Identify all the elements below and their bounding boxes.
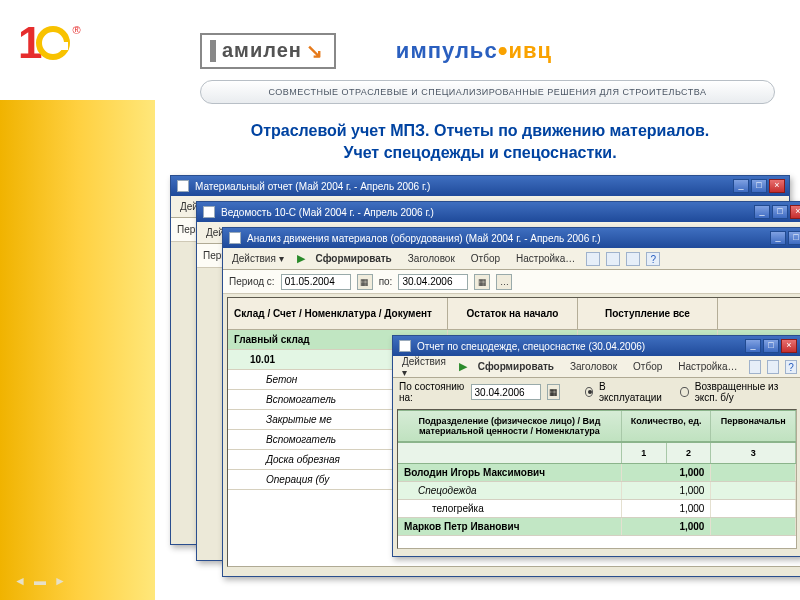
window-spec-clothing-report: Отчет по спецодежде, спецоснастке (30.04… bbox=[392, 335, 800, 557]
logo-amilen: амилен↘ bbox=[200, 33, 336, 69]
period-from-label: Период с: bbox=[229, 276, 275, 287]
radio-in-use-label: В эксплуатации bbox=[599, 381, 662, 403]
window-title: Материальный отчет (Май 2004 г. - Апрель… bbox=[195, 181, 733, 192]
subhead-1: 1 bbox=[622, 443, 667, 463]
period-picker-button[interactable]: … bbox=[496, 274, 512, 290]
titlebar[interactable]: Отчет по спецодежде, спецоснастке (30.04… bbox=[393, 336, 800, 356]
toolbar: Действия ▾ ▶ Сформировать Заголовок Отбо… bbox=[223, 248, 800, 270]
maximize-button[interactable]: □ bbox=[751, 179, 767, 193]
play-icon: ▶ bbox=[297, 252, 305, 265]
table-subheader: 1 2 3 bbox=[398, 442, 796, 464]
document-icon bbox=[229, 232, 241, 244]
col-header-inflow: Поступление все bbox=[578, 298, 718, 329]
col-header-nomenclature: Склад / Счет / Номенклатура / Документ bbox=[228, 298, 448, 329]
run-button[interactable]: Сформировать bbox=[473, 360, 559, 373]
filter-button[interactable]: Отбор bbox=[466, 252, 505, 265]
settings-button[interactable]: Настройка… bbox=[673, 360, 742, 373]
run-button[interactable]: Сформировать bbox=[311, 252, 397, 265]
table-row[interactable]: телогрейка1,000 bbox=[398, 500, 796, 518]
slide-nav: ◄ ▬ ► bbox=[14, 574, 66, 588]
close-button[interactable]: × bbox=[769, 179, 785, 193]
nav-prev-icon[interactable]: ◄ bbox=[14, 574, 26, 588]
nav-next-icon[interactable]: ► bbox=[54, 574, 66, 588]
window-title: Отчет по спецодежде, спецоснастке (30.04… bbox=[417, 341, 745, 352]
toolbar: Действия ▾ ▶ Сформировать Заголовок Отбо… bbox=[393, 356, 800, 378]
table-body: Володин Игорь Максимович1,000Спецодежда1… bbox=[398, 464, 796, 536]
date-from-input[interactable] bbox=[281, 274, 351, 290]
window-title: Ведомость 10-С (Май 2004 г. - Апрель 200… bbox=[221, 207, 754, 218]
as-of-date-input[interactable] bbox=[471, 384, 541, 400]
settings-button[interactable]: Настройка… bbox=[511, 252, 580, 265]
table-header: Подразделение (физическое лицо) / Вид ма… bbox=[398, 410, 796, 442]
maximize-button[interactable]: □ bbox=[763, 339, 779, 353]
nav-stop-icon[interactable]: ▬ bbox=[34, 574, 46, 588]
table-row[interactable]: Марков Петр Иванович1,000 bbox=[398, 518, 796, 536]
titlebar[interactable]: Ведомость 10-С (Май 2004 г. - Апрель 200… bbox=[197, 202, 800, 222]
document-icon bbox=[203, 206, 215, 218]
report-body: Подразделение (физическое лицо) / Вид ма… bbox=[397, 409, 797, 549]
toolbar-icon[interactable] bbox=[586, 252, 600, 266]
actions-menu[interactable]: Действия ▾ bbox=[227, 252, 289, 265]
minimize-button[interactable]: _ bbox=[745, 339, 761, 353]
titlebar[interactable]: Анализ движения материалов (оборудования… bbox=[223, 228, 800, 248]
col-header-division: Подразделение (физическое лицо) / Вид ма… bbox=[398, 411, 622, 441]
filter-button[interactable]: Отбор bbox=[628, 360, 667, 373]
toolbar-icon[interactable] bbox=[749, 360, 761, 374]
minimize-button[interactable]: _ bbox=[770, 231, 786, 245]
date-to-input[interactable] bbox=[398, 274, 468, 290]
tagline-ribbon: СОВМЕСТНЫЕ ОТРАСЛЕВЫЕ И СПЕЦИАЛИЗИРОВАНН… bbox=[200, 80, 775, 104]
play-icon: ▶ bbox=[459, 360, 467, 373]
calendar-icon[interactable]: ▦ bbox=[357, 274, 373, 290]
titlebar[interactable]: Материальный отчет (Май 2004 г. - Апрель… bbox=[171, 176, 789, 196]
help-icon[interactable]: ? bbox=[785, 360, 797, 374]
table-row[interactable]: Володин Игорь Максимович1,000 bbox=[398, 464, 796, 482]
document-icon bbox=[399, 340, 411, 352]
radio-returned-label: Возвращенные из эксп. б/у bbox=[695, 381, 795, 403]
header-button[interactable]: Заголовок bbox=[403, 252, 460, 265]
actions-menu[interactable]: Действия ▾ bbox=[397, 355, 451, 379]
logo-impuls: импульс•ивц bbox=[396, 35, 552, 67]
toolbar-icon[interactable] bbox=[767, 360, 779, 374]
subhead-3: 3 bbox=[711, 443, 796, 463]
subhead-2: 2 bbox=[667, 443, 712, 463]
minimize-button[interactable]: _ bbox=[754, 205, 770, 219]
calendar-icon[interactable]: ▦ bbox=[547, 384, 560, 400]
close-button[interactable]: × bbox=[781, 339, 797, 353]
period-row: Период с: ▦ по: ▦ … bbox=[223, 270, 800, 294]
radio-in-use[interactable] bbox=[585, 387, 593, 397]
toolbar-icon[interactable] bbox=[626, 252, 640, 266]
col-header-balance: Остаток на начало bbox=[448, 298, 578, 329]
maximize-button[interactable]: □ bbox=[788, 231, 800, 245]
calendar-icon[interactable]: ▦ bbox=[474, 274, 490, 290]
as-of-label: По состоянию на: bbox=[399, 381, 465, 403]
minimize-button[interactable]: _ bbox=[733, 179, 749, 193]
toolbar-icon[interactable] bbox=[606, 252, 620, 266]
slide-title: Отраслевой учет МПЗ. Отчеты по движению … bbox=[170, 120, 790, 163]
close-button[interactable]: × bbox=[790, 205, 800, 219]
period-to-label: по: bbox=[379, 276, 393, 287]
window-title: Анализ движения материалов (оборудования… bbox=[247, 233, 770, 244]
maximize-button[interactable]: □ bbox=[772, 205, 788, 219]
document-icon bbox=[177, 180, 189, 192]
header-button[interactable]: Заголовок bbox=[565, 360, 622, 373]
logo-1c: 1® bbox=[18, 18, 123, 78]
col-header-initial: Первоначальн bbox=[711, 411, 796, 441]
partner-logos: амилен↘ импульс•ивц bbox=[200, 28, 780, 73]
help-icon[interactable]: ? bbox=[646, 252, 660, 266]
col-header-qty: Количество, ед. bbox=[622, 411, 712, 441]
filter-row: По состоянию на: ▦ В эксплуатации Возвра… bbox=[393, 378, 800, 406]
radio-returned[interactable] bbox=[680, 387, 688, 397]
table-row[interactable]: Спецодежда1,000 bbox=[398, 482, 796, 500]
table-header: Склад / Счет / Номенклатура / Документ О… bbox=[228, 298, 800, 330]
